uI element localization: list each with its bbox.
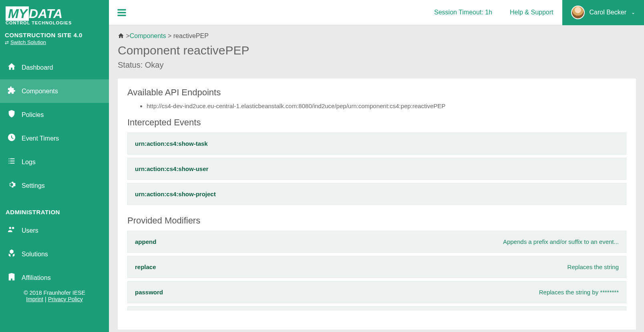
content-scroll[interactable]: >Components > reactivePEP Component reac…: [109, 25, 644, 332]
sidebar-item-label: Users: [22, 227, 38, 234]
main-area: Session Timeout: 1h Help & Support Carol…: [109, 0, 644, 332]
shield-icon: [7, 109, 16, 120]
brand-logo: MYDATA CONTROL TECHNOLOGIES: [0, 0, 109, 28]
switch-solution-link[interactable]: ⇄Switch Solution: [5, 39, 103, 45]
modifier-row-peek[interactable]: [127, 306, 626, 310]
sidebar-item-label: Policies: [22, 111, 44, 119]
sidebar-item-label: Dashboard: [22, 64, 53, 71]
logo-subtitle: CONTROL TECHNOLOGIES: [6, 20, 103, 25]
list-icon: [7, 157, 16, 167]
modifier-desc: Replaces the string by ********: [539, 289, 619, 296]
privacy-link[interactable]: Privacy Policy: [48, 296, 83, 302]
event-name: urn:action:cs4:show-task: [135, 140, 208, 147]
main-nav: Dashboard Components Policies Event Time…: [0, 56, 109, 197]
session-timeout[interactable]: Session Timeout: 1h: [425, 0, 501, 25]
cubes-icon: [7, 249, 16, 260]
breadcrumb-current: reactivePEP: [173, 32, 209, 39]
modifier-desc: Replaces the string: [568, 264, 619, 270]
event-row[interactable]: urn:action:cs4:show-project: [127, 183, 626, 205]
sidebar-item-label: Settings: [22, 182, 45, 189]
puzzle-icon: [7, 86, 16, 97]
modifier-name: replace: [135, 264, 156, 270]
admin-section-header: ADMINISTRATION: [0, 197, 109, 219]
sidebar-item-policies[interactable]: Policies: [0, 103, 109, 127]
solution-name: CONSTRUCTION SITE 4.0: [5, 32, 103, 38]
details-panel: Available API Endpoints http://cs4-dev-i…: [118, 78, 636, 330]
topbar: Session Timeout: 1h Help & Support Carol…: [109, 0, 644, 25]
api-endpoint: http://cs4-dev-ind2uce.eu-central-1.elas…: [147, 102, 626, 110]
sidebar-item-label: Solutions: [22, 251, 48, 258]
modifiers-list: append Appends a prefix and/or suffix to…: [127, 231, 626, 310]
sidebar-footer: © 2018 Fraunhofer IESE Imprint|Privacy P…: [0, 290, 109, 306]
modifier-desc: Appends a prefix and/or suffix to an eve…: [503, 238, 619, 245]
modifiers-header: Provided Modifiers: [127, 215, 626, 226]
breadcrumb: >Components > reactivePEP: [118, 32, 636, 40]
modifier-row[interactable]: password Replaces the string by ********: [127, 281, 626, 303]
switch-solution-label[interactable]: Switch Solution: [10, 39, 46, 45]
breadcrumb-components[interactable]: Components: [130, 32, 166, 39]
users-icon: [7, 225, 16, 236]
sidebar-item-label: Logs: [22, 159, 36, 166]
status-line: Status: Okay: [118, 60, 636, 70]
sidebar-admin-users[interactable]: Users: [0, 219, 109, 242]
logo-my-text: MY: [6, 6, 29, 21]
avatar: [571, 6, 585, 19]
sidebar-item-label: Components: [22, 88, 58, 95]
sidebar-item-components[interactable]: Components: [0, 79, 109, 103]
building-icon: [7, 272, 16, 283]
event-row[interactable]: urn:action:cs4:show-task: [127, 133, 626, 155]
api-endpoints-header: Available API Endpoints: [127, 87, 626, 98]
event-row[interactable]: urn:action:cs4:show-user: [127, 158, 626, 180]
sidebar-toggle-button[interactable]: [109, 7, 134, 18]
user-name: Carol Becker: [590, 9, 626, 16]
sidebar-item-dashboard[interactable]: Dashboard: [0, 56, 109, 79]
sidebar-admin-solutions[interactable]: Solutions: [0, 242, 109, 266]
api-endpoints-list: http://cs4-dev-ind2uce.eu-central-1.elas…: [127, 102, 626, 110]
imprint-link[interactable]: Imprint: [26, 296, 43, 302]
copyright: © 2018 Fraunhofer IESE: [0, 290, 109, 296]
sidebar-item-settings[interactable]: Settings: [0, 174, 109, 197]
page-title: Component reactivePEP: [118, 44, 636, 57]
sidebar: MYDATA CONTROL TECHNOLOGIES CONSTRUCTION…: [0, 0, 109, 332]
events-list: urn:action:cs4:show-task urn:action:cs4:…: [127, 133, 626, 205]
sidebar-admin-affiliations[interactable]: Affiliations: [0, 266, 109, 290]
sidebar-item-logs[interactable]: Logs: [0, 150, 109, 174]
solution-block: CONSTRUCTION SITE 4.0 ⇄Switch Solution: [0, 28, 109, 48]
chevron-down-icon: ⌄: [631, 10, 635, 15]
sidebar-item-label: Event Timers: [22, 135, 59, 142]
admin-nav: Users Solutions Affiliations: [0, 219, 109, 290]
swap-icon: ⇄: [5, 40, 9, 45]
event-name: urn:action:cs4:show-user: [135, 165, 208, 172]
user-menu[interactable]: Carol Becker ⌄: [562, 0, 644, 25]
events-header: Intercepted Events: [127, 117, 626, 128]
modifier-name: append: [135, 238, 156, 245]
help-support-link[interactable]: Help & Support: [501, 0, 562, 25]
sidebar-item-label: Affiliations: [22, 274, 51, 282]
event-name: urn:action:cs4:show-project: [135, 191, 216, 197]
home-icon[interactable]: [118, 32, 126, 39]
gear-icon: [7, 180, 16, 191]
clock-icon: [7, 133, 16, 144]
modifier-name: password: [135, 289, 163, 296]
logo-data-text: DATA: [29, 6, 62, 21]
sidebar-item-event-timers[interactable]: Event Timers: [0, 127, 109, 150]
modifier-row[interactable]: append Appends a prefix and/or suffix to…: [127, 231, 626, 253]
modifier-row[interactable]: replace Replaces the string: [127, 256, 626, 278]
hamburger-icon: [116, 7, 127, 18]
dashboard-icon: [7, 62, 16, 73]
